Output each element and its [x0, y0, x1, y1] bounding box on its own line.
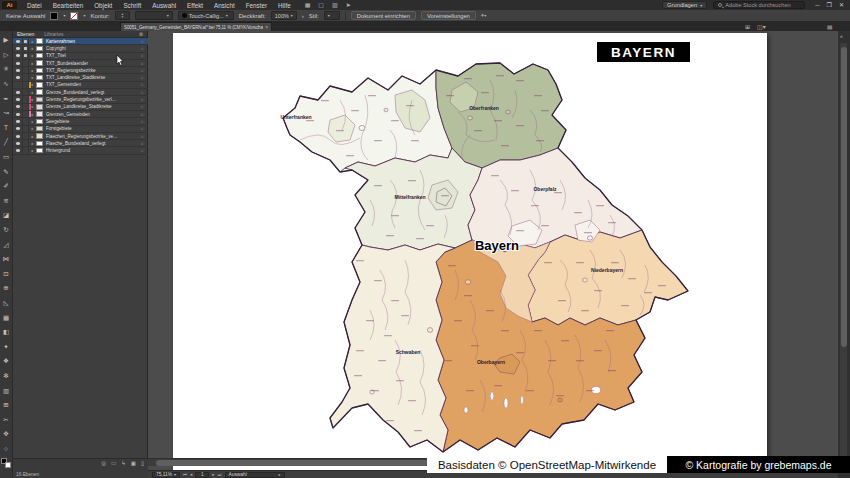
layer-thumbnail[interactable] [36, 38, 43, 44]
vertical-scrollbar[interactable] [840, 43, 847, 463]
target-circle-icon[interactable]: ○ [136, 141, 148, 146]
type-tool[interactable]: T [0, 121, 13, 136]
layer-name[interactable]: Forstgebiete [46, 126, 136, 131]
visibility-eye-icon[interactable] [14, 127, 22, 130]
layer-thumbnail[interactable] [36, 68, 43, 74]
arrange-icon[interactable]: ▥ [332, 0, 338, 10]
target-circle-icon[interactable]: ○ [136, 82, 148, 87]
hamburger-icon[interactable]: ≣ [139, 31, 143, 37]
line-segment-tool[interactable]: ╱ [0, 135, 13, 150]
expand-arrow-icon[interactable]: ▸ [29, 46, 36, 51]
hand-tool[interactable]: ✥ [0, 427, 13, 442]
zoom-tool[interactable]: ○ [0, 442, 13, 457]
expand-arrow-icon[interactable]: ▸ [29, 39, 36, 44]
layer-name[interactable]: Copyright [46, 46, 136, 51]
cursor-options-icon[interactable]: ⌖▾ [481, 12, 486, 19]
visibility-eye-icon[interactable] [14, 105, 22, 108]
lock-icon[interactable] [22, 38, 29, 44]
horizontal-scrollbar-thumb[interactable] [156, 460, 428, 466]
visibility-eye-icon[interactable] [14, 142, 22, 145]
first-artboard-button[interactable]: ⏮ [183, 472, 187, 477]
visibility-eye-icon[interactable] [14, 54, 22, 57]
eraser-tool[interactable]: ◪ [0, 208, 13, 223]
layer-name[interactable]: TXT_Landkreise_Stadtkreise [46, 75, 136, 80]
brush-select[interactable]: Touch-Callig...▾ [178, 11, 234, 20]
selection-tool[interactable]: ▶ [0, 33, 13, 48]
layer-row-TXT_Landkreise_Stadtkreise[interactable]: ▸TXT_Landkreise_Stadtkreise○ [13, 74, 148, 81]
layer-row-Grenze_Regierungsbezirke_verl...[interactable]: ▸Grenze_Regierungsbezirke_verl...○ [13, 96, 148, 103]
target-circle-icon[interactable]: ○ [136, 39, 148, 44]
share-icon[interactable]: ➤ [346, 0, 351, 10]
lock-icon[interactable] [22, 82, 29, 88]
lasso-tool[interactable]: ∿ [0, 77, 13, 92]
fill-stroke-indicator[interactable] [1, 458, 11, 468]
arrange-documents-icon[interactable]: ⊞ [745, 23, 750, 30]
layer-thumbnail[interactable] [36, 133, 43, 139]
restore-button[interactable]: ❐ [827, 0, 832, 10]
expand-arrow-icon[interactable]: ▸ [29, 90, 36, 95]
layer-thumbnail[interactable] [36, 97, 43, 103]
layer-thumbnail[interactable] [36, 111, 43, 117]
gradient-tool[interactable]: ◧ [0, 325, 13, 340]
document-setup-button[interactable]: Dokument einrichten [351, 11, 416, 20]
layer-name[interactable]: Hintergrund [46, 148, 136, 153]
menu-bearbeiten[interactable]: Bearbeiten [53, 2, 83, 9]
tab-layers[interactable]: Ebenen [17, 31, 34, 37]
pen-tool[interactable]: ✒ [0, 91, 13, 106]
lock-icon[interactable] [22, 60, 29, 66]
column-graph-tool[interactable]: ▥ [0, 383, 13, 398]
tab-close-icon[interactable]: × [265, 25, 268, 30]
fill-color-swatch[interactable] [50, 12, 58, 20]
target-circle-icon[interactable]: ○ [136, 126, 148, 131]
target-circle-icon[interactable]: ○ [136, 46, 148, 51]
menu-objekt[interactable]: Objekt [94, 2, 112, 9]
style-select[interactable]: ▾ [324, 11, 340, 20]
lock-icon[interactable] [22, 96, 29, 102]
minimize-button[interactable]: ─ [815, 0, 819, 10]
rectangle-tool[interactable]: ▭ [0, 150, 13, 165]
stock-search-input[interactable]: Adobe Stock durchsuchen [713, 1, 805, 9]
layer-row-Flaeche_Bundesland_verlegt[interactable]: ▸Flaeche_Bundesland_verlegt○ [13, 140, 148, 147]
layer-row-TXT_Titel[interactable]: ▸TXT_Titel○ [13, 53, 148, 60]
expand-arrow-icon[interactable]: ▸ [29, 61, 36, 66]
layer-row-Grenze_Bundesland_verlegt[interactable]: ▸Grenze_Bundesland_verlegt○ [13, 89, 148, 96]
delete-layer-icon[interactable]: ▯ [141, 460, 144, 466]
layer-name[interactable]: Flaechen_Regierungsbezirke_ve... [46, 134, 136, 139]
layer-thumbnail[interactable] [36, 82, 43, 88]
curvature-tool[interactable]: ↝ [0, 106, 13, 121]
direct-selection-tool[interactable]: ▷ [0, 48, 13, 63]
clipping-mask-icon[interactable]: ▭ [111, 460, 116, 466]
layer-thumbnail[interactable] [36, 104, 43, 110]
paintbrush-tool[interactable]: ✎ [0, 164, 13, 179]
expand-arrow-icon[interactable]: ▸ [29, 119, 36, 124]
target-circle-icon[interactable]: ○ [136, 90, 148, 95]
visibility-eye-icon[interactable] [14, 149, 22, 152]
layer-row-Grenzen_Gemeinden[interactable]: ▸Grenzen_Gemeinden○ [13, 111, 148, 118]
shaper-tool[interactable]: ≋ [0, 194, 13, 209]
layer-thumbnail[interactable] [36, 126, 43, 132]
layer-thumbnail[interactable] [36, 89, 43, 95]
layer-row-TXT_Regierungsbezirke[interactable]: ▸TXT_Regierungsbezirke○ [13, 67, 148, 74]
visibility-eye-icon[interactable] [14, 135, 22, 138]
stroke-indicator[interactable] [5, 462, 11, 468]
stroke-weight-stepper[interactable]: ▴▾ [115, 11, 130, 20]
layer-thumbnail[interactable] [36, 148, 43, 154]
lock-icon[interactable] [22, 126, 29, 132]
chevron-down-icon[interactable]: ▾ [63, 13, 65, 18]
locate-object-icon[interactable]: ◎ [101, 460, 106, 466]
panel-menu-icon[interactable]: ▤ [827, 23, 833, 30]
expand-arrow-icon[interactable]: ▸ [29, 141, 36, 146]
width-tool[interactable]: ⋈ [0, 252, 13, 267]
opacity-select[interactable]: 100%▾ [271, 11, 297, 20]
layer-row-Kartenrahmen[interactable]: ▸Kartenrahmen○ [13, 38, 148, 45]
menu-hilfe[interactable]: Hilfe [278, 2, 291, 9]
layer-thumbnail[interactable] [36, 53, 43, 59]
eyedropper-tool[interactable]: ✦ [0, 339, 13, 354]
visibility-eye-icon[interactable] [14, 98, 22, 101]
visibility-eye-icon[interactable] [14, 62, 22, 65]
lock-icon[interactable] [22, 45, 29, 51]
layer-row-Forstgebiete[interactable]: ▸Forstgebiete○ [13, 126, 148, 133]
target-circle-icon[interactable]: ○ [136, 75, 148, 80]
new-sublayer-icon[interactable]: ↳ [121, 460, 126, 466]
menu-fenster[interactable]: Fenster [246, 2, 267, 9]
